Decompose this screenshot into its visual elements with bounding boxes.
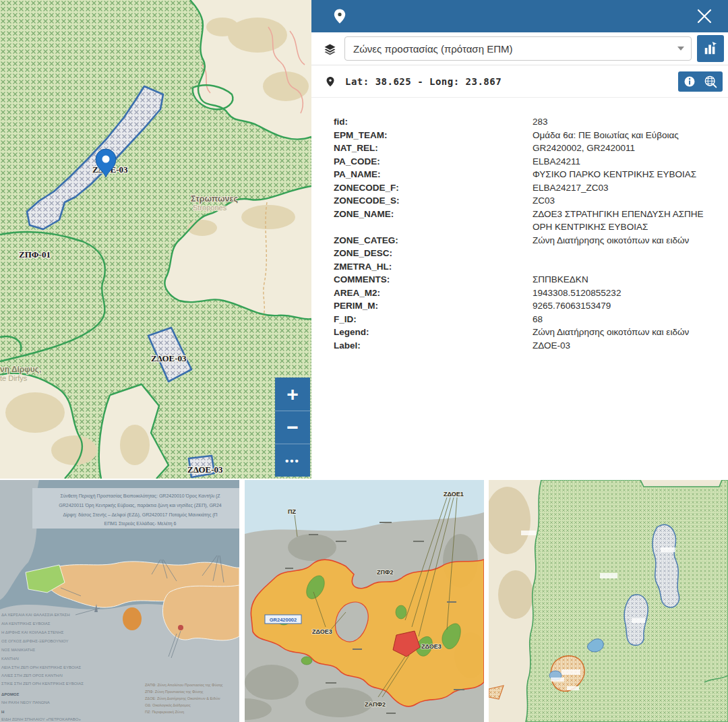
coords-actions bbox=[678, 71, 723, 92]
bar-chart-icon bbox=[703, 41, 718, 56]
svg-text:ΖΑΠΦ: Ζώνη Απολύτου Προστασίας: ΖΑΠΦ: Ζώνη Απολύτου Προστασίας της Φύσης bbox=[145, 683, 223, 687]
layer-select-row: Ζώνες προστασίας (πρόταση ΕΠΜ) bbox=[311, 32, 728, 65]
coords-pin-icon bbox=[325, 76, 336, 88]
layers-icon bbox=[324, 42, 336, 55]
coordinates-row: Lat: 38.625 - Long: 23.867 bbox=[311, 65, 728, 98]
zone3-label: ΖΔΟΕ-03 bbox=[187, 464, 223, 475]
attr-row-comments: COMMENTS:ΣΠΠΒΚΕΔΚΝ bbox=[334, 273, 721, 287]
place-stropones: Στρωπωνες bbox=[191, 194, 238, 204]
place-dirfys-latin: te Dirfys bbox=[0, 374, 28, 382]
attr-row-epm-team: EPM_TEAM:Ομάδα 6α: ΠΕ Βοιωτίας και Εύβοι… bbox=[334, 129, 721, 142]
svg-text:ΟΔ: Οικολογικός Διάδρομος: ΟΔ: Οικολογικός Διάδρομος bbox=[145, 703, 191, 707]
layer-select[interactable]: Ζώνες προστασίας (πρόταση ΕΠΜ) bbox=[344, 36, 692, 61]
svg-text:ΝΟΣ ΜΑΝΙΚΙΑΤΗΣ: ΝΟΣ ΜΑΝΙΚΙΑΤΗΣ bbox=[1, 648, 36, 652]
thumb3-drawing bbox=[489, 480, 728, 722]
svg-text:ΠΖ: Περιφερειακή Ζώνη: ΠΖ: Περιφερειακή Ζώνη bbox=[145, 710, 184, 714]
thumb2-label-zdoe1: ΖΔΟΕ1 bbox=[444, 491, 464, 498]
attr-row-f-id: F_ID:68 bbox=[334, 313, 721, 326]
map-drawing: ΖΔΟΕ-03 ΖΠΦ-01 ΖΔΟΕ-03 ΖΔΟΕ-03 Στρωπωνες… bbox=[0, 0, 311, 479]
zoom-in-button[interactable]: + bbox=[275, 378, 310, 411]
map-canvas[interactable]: ΖΔΟΕ-03 ΖΠΦ-01 ΖΔΟΕ-03 ΖΔΟΕ-03 Στρωπωνες… bbox=[0, 0, 311, 479]
attr-row-zonecode-s: ZONECODE_S:ZC03 bbox=[334, 194, 721, 208]
attribute-table: fid:283 EPM_TEAM:Ομάδα 6α: ΠΕ Βοιωτίας κ… bbox=[311, 98, 728, 352]
more-tools-button[interactable]: ••• bbox=[275, 444, 310, 477]
svg-text:ΔΑ ΧΕΡΣΑΙΑ ΚΑΙ ΘΑΛΑΣΣΙΑ ΕΚΤΑΣΗ: ΔΑ ΧΕΡΣΑΙΑ ΚΑΙ ΘΑΛΑΣΣΙΑ ΕΚΤΑΣΗ bbox=[1, 613, 70, 617]
attr-row-zmetra-hl: ZMETRA_HL: bbox=[334, 260, 721, 274]
attr-row-zonecode-f: ZONECODE_F:ELBA24217_ZC03 bbox=[334, 181, 721, 195]
place-stropones-latin: Stropones bbox=[193, 204, 227, 212]
globe-zoom-icon[interactable] bbox=[704, 75, 717, 88]
thumb2-label-pz: ΠΖ bbox=[288, 508, 296, 515]
chevron-down-icon bbox=[677, 47, 684, 51]
zone2-label: ΖΔΟΕ-03 bbox=[151, 353, 187, 363]
map-zoom-controls: + − ••• bbox=[275, 378, 310, 477]
coordinates-value: Lat: 38.625 - Long: 23.867 bbox=[345, 76, 502, 87]
thumb1-orange-zone-east bbox=[162, 585, 239, 640]
close-icon[interactable] bbox=[694, 6, 715, 26]
zpf-label: ΖΠΦ-01 bbox=[19, 249, 51, 260]
panel-header bbox=[311, 0, 728, 32]
thumb1-title-line: Σύνθετη Περιοχή Προστασίας Βιοποικιλότητ… bbox=[60, 493, 220, 499]
attr-row-area-m2: AREA_M2:1943308.5120855232 bbox=[334, 287, 721, 300]
attr-row-pa-name: PA_NAME:ΦΥΣΙΚΟ ΠΑΡΚΟ ΚΕΝΤΡΙΚΗΣ ΕΥΒΟΙΑΣ bbox=[334, 168, 721, 181]
attr-row-perim-m: PERIM_M:9265.76063153479 bbox=[334, 299, 721, 313]
thumb1-orange-blob bbox=[123, 607, 142, 630]
thumb1-red-dot bbox=[178, 625, 183, 630]
pin-icon bbox=[332, 8, 348, 24]
study-map-thumbnail-overview[interactable]: Σύνθετη Περιοχή Προστασίας Βιοποικιλότητ… bbox=[0, 480, 239, 722]
thumb2-ref-label: GR2420002 bbox=[270, 617, 297, 623]
zoom-out-button[interactable]: − bbox=[275, 411, 310, 444]
svg-text:Η: Η bbox=[1, 710, 4, 714]
svg-text:Η ΔΙΡΦΗΣ ΚΑΙ ΚΟΙΛΑΔΑ ΣΤΕΝΗΣ: Η ΔΙΡΦΗΣ ΚΑΙ ΚΟΙΛΑΔΑ ΣΤΕΝΗΣ bbox=[1, 630, 64, 634]
attr-row-pa-code: PA_CODE:ELBA24211 bbox=[334, 155, 721, 169]
layer-select-value: Ζώνες προστασίας (πρόταση ΕΠΜ) bbox=[353, 43, 677, 55]
attr-row-zone-desc: ZONE_DESC: bbox=[334, 247, 721, 260]
thumb2-label-zapf2: ΖΑΠΦ2 bbox=[365, 701, 386, 708]
svg-text:ΕΙΔΗ ΖΩΝΗ ΣΠΗΛΑΙΟΥ «ΠΕΤΡΟΚΑΡΑΒ: ΕΙΔΗ ΖΩΝΗ ΣΠΗΛΑΙΟΥ «ΠΕΤΡΟΚΑΡΑΒΟ» bbox=[1, 717, 81, 721]
study-map-thumbnail-zones[interactable]: GR2420002 ΖΔΟΕ1 ΠΖ ΖΠΦ2 ΖΔΟΕ3 ΖΔΟΕ3 ΖΑΠΦ… bbox=[245, 480, 484, 722]
feature-info-panel: Ζώνες προστασίας (πρόταση ΕΠΜ) Lat: 38.6… bbox=[311, 0, 728, 479]
svg-text:ΖΔΟΕ: Ζώνη Διατήρησης Οικοτόπω: ΖΔΟΕ: Ζώνη Διατήρησης Οικοτόπων & Ειδών bbox=[145, 696, 220, 700]
identify-chart-button[interactable] bbox=[697, 35, 724, 62]
attr-row-zone-name: ZONE_NAME:ΖΔΟΕ3 ΣΤΡΑΤΗΓΙΚΗ ΕΠΕΝΔΥΣΗ ΑΣΠΗ… bbox=[334, 208, 721, 234]
svg-text:ΝΗ ΡΑΧΗ ΝΕΟΥ ΠΑΝΩΝΑ: ΝΗ ΡΑΧΗ ΝΕΟΥ ΠΑΝΩΝΑ bbox=[1, 700, 50, 704]
info-icon[interactable] bbox=[684, 76, 696, 88]
svg-text:ΛΕΙΑ ΣΤΗ ΖΕΠ ΟΡΗ ΚΕΝΤΡΙΚΗΣ ΕΥΒ: ΛΕΙΑ ΣΤΗ ΖΕΠ ΟΡΗ ΚΕΝΤΡΙΚΗΣ ΕΥΒΟΙΑΣ bbox=[1, 665, 81, 669]
study-map-thumbnail-detail[interactable] bbox=[489, 480, 728, 722]
thumb2-drawing: GR2420002 ΖΔΟΕ1 ΠΖ ΖΠΦ2 ΖΔΟΕ3 ΖΔΟΕ3 ΖΑΠΦ… bbox=[245, 480, 484, 722]
attr-row-fid: fid:283 bbox=[334, 115, 721, 129]
thumb2-label-zdoe3-b: ΖΔΟΕ3 bbox=[421, 643, 442, 650]
svg-text:ΑΙΑ ΚΕΝΤΡΙΚΗΣ ΕΥΒΟΙΑΣ: ΑΙΑ ΚΕΝΤΡΙΚΗΣ ΕΥΒΟΙΑΣ bbox=[1, 622, 51, 626]
thumb1-title-line: GR2420011 Όρη Κεντρικής Εύβοιας, παράκτι… bbox=[59, 503, 222, 508]
thumb2-label-zpf2: ΖΠΦ2 bbox=[377, 569, 393, 576]
svg-text:ΟΣ ΟΓΚΟΣ ΔΙΡΦΗΣ-ΞΕΡΟΒΟΥΝΙΟΥ: ΟΣ ΟΓΚΟΣ ΔΙΡΦΗΣ-ΞΕΡΟΒΟΥΝΙΟΥ bbox=[1, 639, 69, 643]
thumb1-title-line: ΕΠΜ1 Στερεάς Ελλάδας- Μελέτη 6 bbox=[104, 521, 176, 527]
svg-text:ΣΤΙΚΕ ΣΤΗ ΖΕΠ ΟΡΗ ΚΕΝΤΡΙΚΗΣ ΕΥ: ΣΤΙΚΕ ΣΤΗ ΖΕΠ ΟΡΗ ΚΕΝΤΡΙΚΗΣ ΕΥΒΟΙΑΣ bbox=[1, 682, 84, 686]
gis-viewer: ΖΔΟΕ-03 ΖΠΦ-01 ΖΔΟΕ-03 ΖΔΟΕ-03 Στρωπωνες… bbox=[0, 0, 728, 722]
thumb1-drawing: Σύνθετη Περιοχή Προστασίας Βιοποικιλότητ… bbox=[0, 480, 239, 722]
svg-text:ΖΠΦ: Ζώνη Προστασίας της Φύσης: ΖΠΦ: Ζώνη Προστασίας της Φύσης bbox=[145, 690, 204, 694]
attr-row-legend: Legend:Ζώνη Διατήρησης οικοτόπων και ειδ… bbox=[334, 326, 721, 339]
svg-text:ΛΛΙΕΣ ΣΤΗ ΖΕΠ ΟΡΟΣ ΚΑΝΤΗΛΙ: ΛΛΙΕΣ ΣΤΗ ΖΕΠ ΟΡΟΣ ΚΑΝΤΗΛΙ bbox=[1, 673, 63, 678]
attr-row-nat-rel: NAT_REL:GR2420002, GR2420011 bbox=[334, 142, 721, 155]
place-dirfys: νη Δίρφυς, bbox=[0, 365, 41, 374]
thumb2-label-zdoe3-a: ΖΔΟΕ3 bbox=[312, 628, 332, 635]
svg-text:ΚΑΝΤΗΛΙ: ΚΑΝΤΗΛΙ bbox=[1, 657, 19, 661]
svg-text:ΔΡΟΜΟΣ: ΔΡΟΜΟΣ bbox=[1, 692, 20, 696]
thumb1-title-line: Δίρφη: δάσος Στενής – Δελφοί (ΕΖΔ), GR24… bbox=[63, 512, 217, 518]
attr-row-zone-categ: ZONE_CATEG:Ζώνη Διατήρησης οικοτόπων και… bbox=[334, 234, 721, 247]
attr-row-label: Label:ΖΔΟΕ-03 bbox=[334, 339, 721, 353]
